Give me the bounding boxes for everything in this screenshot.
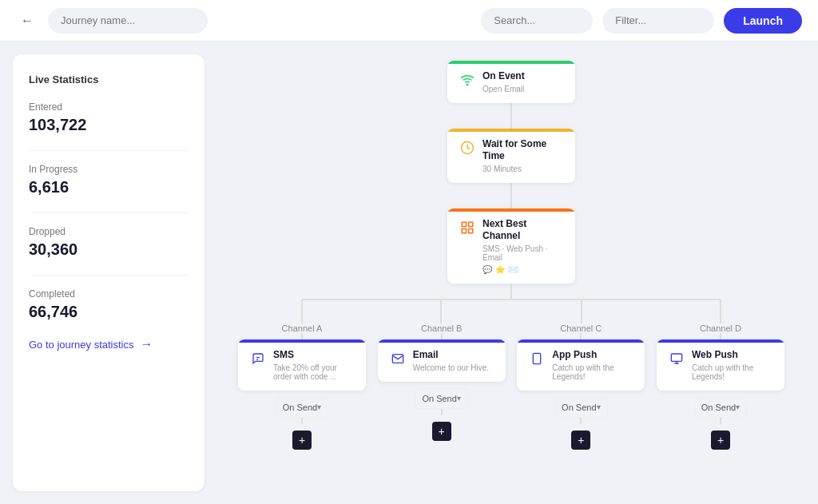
- email-icon: [389, 350, 407, 367]
- app-push-add-button[interactable]: +: [571, 431, 590, 450]
- entered-value: 103,722: [29, 116, 189, 134]
- app-push-on-send[interactable]: On Send ▾: [554, 397, 607, 418]
- channel-a-label: Channel A: [238, 323, 366, 333]
- search-input[interactable]: [481, 8, 593, 34]
- email-add-button[interactable]: +: [432, 422, 451, 441]
- web-push-channel-card[interactable]: Web Push Catch up with the Legends!: [657, 339, 784, 391]
- stat-dropped: Dropped 30,360: [29, 226, 189, 259]
- email-on-send[interactable]: On Send ▾: [415, 388, 467, 409]
- svg-rect-16: [671, 354, 681, 361]
- connector-1: [510, 103, 512, 129]
- header: ← Launch: [0, 0, 818, 42]
- branch-lines: [232, 284, 791, 323]
- sms-sub: Take 20% off your order with code ...: [273, 363, 355, 381]
- launch-button[interactable]: Launch: [724, 8, 802, 34]
- email-channel-icon: ✉️: [508, 265, 518, 274]
- app-push-on-send-label: On Send: [562, 403, 596, 412]
- stat-entered: Entered 103,722: [29, 101, 189, 134]
- channel-b-label: Channel B: [378, 323, 506, 333]
- branch-channel-b: Channel B Email: [378, 323, 506, 450]
- app-push-icon: [528, 350, 546, 367]
- sidebar: Live Statistics Entered 103,722 In Progr…: [13, 54, 204, 491]
- connector-2: [510, 183, 512, 208]
- email-on-send-chevron: ▾: [457, 394, 461, 403]
- app-push-title: App Push: [552, 349, 633, 362]
- back-button[interactable]: ←: [16, 10, 38, 32]
- branch-channel-d: Channel D Web: [657, 323, 784, 450]
- in-progress-value: 6,616: [29, 178, 189, 196]
- web-push-title: Web Push: [692, 349, 773, 362]
- dropped-label: Dropped: [29, 226, 189, 237]
- next-best-title: Next Best Channel: [482, 218, 564, 243]
- main-layout: Live Statistics Entered 103,722 In Progr…: [0, 42, 818, 504]
- web-push-add-button[interactable]: +: [711, 431, 730, 450]
- on-event-title: On Event: [482, 70, 525, 83]
- push-channel-icon: ⭐: [495, 265, 505, 274]
- email-on-send-label: On Send: [422, 394, 456, 403]
- arrow-right-icon: →: [141, 337, 153, 351]
- app-push-on-send-chevron: ▾: [597, 403, 601, 411]
- next-best-sub: SMS · Web Push · Email: [482, 244, 564, 262]
- sms-title: SMS: [273, 349, 355, 362]
- app-push-sub: Catch up with the Legends!: [552, 363, 633, 381]
- wait-title: Wait for Some Time: [482, 138, 564, 163]
- entered-label: Entered: [29, 101, 189, 113]
- web-push-sub: Catch up with the Legends!: [692, 363, 773, 381]
- channel-c-label: Channel C: [517, 323, 645, 333]
- journey-stats-link[interactable]: Go to journey statistics →: [29, 337, 189, 351]
- wait-node[interactable]: Wait for Some Time 30 Minutes: [447, 129, 575, 183]
- stat-in-progress: In Progress 6,616: [29, 164, 189, 196]
- sms-on-send-label: On Send: [283, 403, 317, 412]
- wait-sub: 30 Minutes: [482, 165, 564, 173]
- flow-canvas: On Event Open Email W: [204, 42, 818, 504]
- sms-on-send-chevron: ▾: [317, 403, 321, 411]
- svg-rect-2: [462, 222, 466, 226]
- completed-label: Completed: [29, 288, 189, 300]
- web-push-on-send-chevron: ▾: [736, 403, 740, 411]
- on-event-sub: Open Email: [482, 85, 525, 93]
- svg-point-0: [467, 84, 468, 85]
- svg-rect-5: [469, 228, 473, 232]
- branches-container: Channel A SMS: [232, 323, 791, 450]
- email-channel-card[interactable]: Email Welcome to our Hive.: [378, 339, 506, 382]
- on-event-icon: [459, 71, 476, 89]
- on-event-node[interactable]: On Event Open Email: [447, 61, 575, 103]
- sms-add-button[interactable]: +: [292, 431, 312, 450]
- sms-channel-card[interactable]: SMS Take 20% off your order with code ..…: [238, 339, 366, 391]
- sms-icon: [249, 350, 267, 367]
- channel-icons-row: 💬 ⭐ ✉️: [482, 265, 564, 274]
- wait-icon: [459, 139, 476, 157]
- web-push-on-send-label: On Send: [701, 403, 736, 412]
- next-best-channel-node[interactable]: Next Best Channel SMS · Web Push · Email…: [447, 208, 575, 284]
- channel-d-label: Channel D: [657, 323, 784, 333]
- journey-link-text: Go to journey statistics: [29, 339, 134, 351]
- sidebar-title: Live Statistics: [29, 73, 189, 85]
- web-push-icon: [668, 350, 685, 367]
- sms-channel-icon: 💬: [482, 265, 492, 274]
- next-best-icon: [459, 219, 476, 236]
- flow-diagram: On Event Open Email W: [217, 54, 805, 450]
- email-sub: Welcome to our Hive.: [413, 363, 489, 372]
- dropped-value: 30,360: [29, 240, 189, 259]
- email-title: Email: [413, 349, 489, 362]
- sms-on-send[interactable]: On Send ▾: [276, 397, 328, 418]
- branch-channel-a: Channel A SMS: [238, 323, 366, 450]
- svg-rect-4: [462, 228, 466, 232]
- svg-rect-3: [469, 222, 473, 226]
- stat-completed: Completed 66,746: [29, 288, 189, 321]
- app-push-channel-card[interactable]: App Push Catch up with the Legends!: [517, 339, 645, 391]
- in-progress-label: In Progress: [29, 164, 189, 175]
- completed-value: 66,746: [29, 303, 189, 321]
- filter-input[interactable]: [602, 8, 714, 34]
- journey-name-input[interactable]: [48, 8, 208, 34]
- web-push-on-send[interactable]: On Send ▾: [694, 397, 747, 418]
- branch-channel-c: Channel C App Push: [517, 323, 645, 450]
